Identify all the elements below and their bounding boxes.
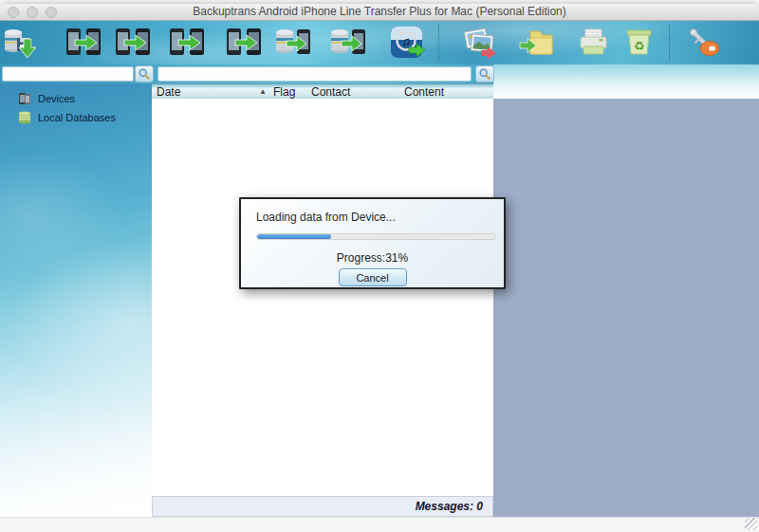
toolbar-separator bbox=[438, 25, 439, 61]
sidebar-search-input[interactable] bbox=[2, 66, 134, 82]
search-row bbox=[0, 64, 759, 83]
backup-database-icon[interactable] bbox=[2, 24, 42, 62]
export-to-itunes-icon[interactable]: ♫ bbox=[386, 24, 426, 62]
toolbar: ♫ bbox=[0, 21, 759, 64]
sort-ascending-icon[interactable]: ▲ bbox=[259, 87, 267, 96]
messages-search-input[interactable] bbox=[157, 66, 472, 82]
database-icon bbox=[17, 110, 32, 125]
register-key-icon[interactable] bbox=[683, 24, 723, 62]
column-header-date[interactable]: Date bbox=[157, 85, 180, 99]
print-icon[interactable] bbox=[573, 24, 613, 62]
message-list-pane: Date ▲ Flag Contact Content Messages: 0 bbox=[152, 83, 493, 517]
main-content: Devices Local Databases Date ▲ Flag Cont… bbox=[0, 83, 759, 517]
minimize-window-button[interactable] bbox=[27, 7, 38, 18]
svg-text:♫: ♫ bbox=[401, 34, 411, 48]
sidebar-search-button[interactable] bbox=[135, 65, 154, 83]
export-to-folder-icon[interactable] bbox=[516, 24, 556, 62]
close-window-button[interactable] bbox=[8, 7, 19, 18]
table-header: Date ▲ Flag Contact Content bbox=[152, 83, 493, 99]
column-header-content[interactable]: Content bbox=[404, 85, 444, 99]
window-footer bbox=[0, 517, 759, 532]
devices-icon bbox=[17, 91, 32, 106]
progress-percent-label: Progress:31% bbox=[241, 251, 504, 265]
sidebar-item-label: Local Databases bbox=[38, 112, 116, 123]
sidebar-item-local-databases[interactable]: Local Databases bbox=[0, 108, 152, 127]
toolbar-separator bbox=[669, 25, 670, 61]
sidebar-item-devices[interactable]: Devices bbox=[0, 89, 152, 108]
preview-pane bbox=[493, 83, 759, 517]
cancel-button[interactable]: Cancel bbox=[339, 268, 407, 286]
messages-search-button[interactable] bbox=[475, 65, 494, 83]
progress-bar bbox=[256, 233, 496, 240]
loading-progress-dialog: Loading data from Device... Progress:31%… bbox=[239, 197, 506, 289]
message-list-body[interactable] bbox=[152, 99, 493, 496]
search-row-right-fill bbox=[493, 64, 759, 83]
recycle-bin-icon[interactable]: ♻ bbox=[619, 24, 658, 62]
title-bar: Backuptrans Android iPhone Line Transfer… bbox=[0, 4, 759, 21]
iphone-to-iphone-transfer-icon[interactable] bbox=[224, 24, 264, 62]
column-header-contact[interactable]: Contact bbox=[311, 85, 350, 99]
export-photos-icon[interactable] bbox=[459, 24, 499, 62]
database-to-iphone-icon[interactable] bbox=[328, 24, 368, 62]
search-icon bbox=[478, 67, 491, 81]
dialog-message: Loading data from Device... bbox=[256, 211, 396, 224]
android-to-iphone-transfer-icon[interactable] bbox=[64, 24, 103, 62]
zoom-window-button[interactable] bbox=[46, 7, 57, 18]
column-header-flag[interactable]: Flag bbox=[273, 85, 295, 99]
svg-text:♻: ♻ bbox=[634, 39, 645, 53]
resize-grip-icon[interactable] bbox=[745, 518, 757, 530]
android-to-android-transfer-icon[interactable] bbox=[167, 24, 207, 62]
status-bar: Messages: 0 bbox=[152, 496, 493, 517]
preview-pane-header bbox=[493, 83, 759, 99]
preview-pane-body bbox=[493, 99, 759, 517]
iphone-to-android-transfer-icon[interactable] bbox=[113, 24, 153, 62]
database-to-android-icon[interactable] bbox=[273, 24, 313, 62]
traffic-lights bbox=[8, 7, 57, 18]
sidebar-item-label: Devices bbox=[38, 93, 75, 104]
sidebar: Devices Local Databases bbox=[0, 83, 152, 517]
search-icon bbox=[138, 67, 151, 81]
messages-count-label: Messages: 0 bbox=[416, 500, 483, 513]
progress-fill bbox=[257, 234, 331, 239]
window-title: Backuptrans Android iPhone Line Transfer… bbox=[0, 4, 759, 20]
